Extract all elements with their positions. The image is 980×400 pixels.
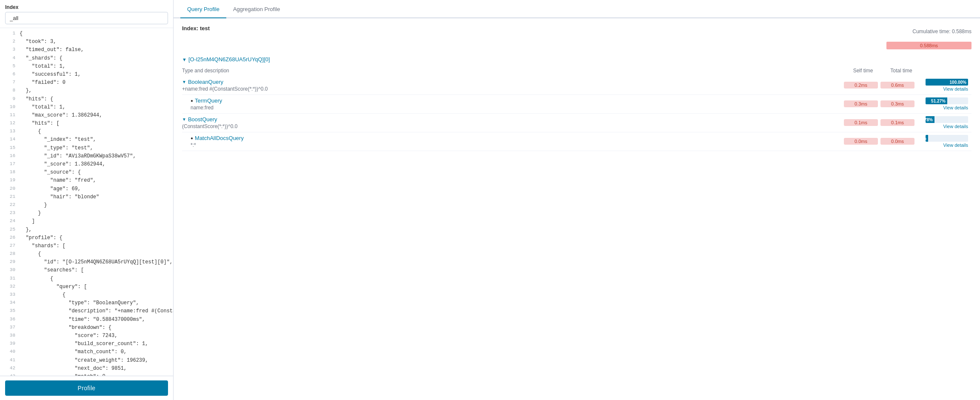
shard-chevron-icon: ▼ <box>182 57 187 62</box>
index-label: Index <box>0 0 173 12</box>
code-line: 30 "searches": [ <box>0 266 173 274</box>
code-line: 41 "create_weight": 196239, <box>0 357 173 365</box>
code-line: 39 "build_scorer_count": 1, <box>0 340 173 348</box>
code-editor[interactable]: 1{2 "took": 3,3 "timed_out": false,4 "_s… <box>0 28 173 376</box>
query-description: +name:fred #(ConstantScore(*:*))^0.0 <box>182 86 844 92</box>
view-details-link[interactable]: View details <box>943 86 969 91</box>
pct-bar-bg: 5.62% <box>926 135 968 142</box>
code-line: 24 ] <box>0 217 173 226</box>
type-desc-col-header: Type and description <box>182 68 844 74</box>
code-line: 10 "total": 1, <box>0 103 173 111</box>
pct-bar-bg: 20.78% <box>926 116 968 123</box>
tab-aggregation-profile[interactable]: Aggregation Profile <box>226 0 287 18</box>
code-line: 33 { <box>0 291 173 299</box>
code-line: 17 "_score": 1.3862944, <box>0 160 173 169</box>
code-line: 35 "description": "+name:fred #(Constant… <box>0 307 173 315</box>
query-stats-col: 0.2ms0.6ms100.00%View details <box>844 79 971 91</box>
code-line: 38 "score": 7243, <box>0 332 173 340</box>
query-description: *:* <box>191 142 844 148</box>
self-time-col-header: Self time <box>844 68 882 74</box>
pct-bar: 5.62% <box>926 135 928 142</box>
code-line: 43 "match": 0, <box>0 373 173 376</box>
query-pct-col: 5.62%View details <box>917 135 968 148</box>
pct-bar-bg: 51.27% <box>926 97 968 104</box>
code-line: 19 "name": "fred", <box>0 177 173 185</box>
profile-btn-wrap: Profile <box>0 376 173 400</box>
view-details-link[interactable]: View details <box>943 143 969 148</box>
query-type-label: TermQuery <box>195 97 222 104</box>
code-line: 12 "hits": [ <box>0 120 173 128</box>
self-time-badge: 0.0ms <box>844 138 878 145</box>
query-tree-col: ●TermQueryname:fred <box>182 97 844 111</box>
query-rows: ▼BooleanQuery+name:fred #(ConstantScore(… <box>182 76 971 151</box>
shard-header[interactable]: ▼ [O-l25nM4QN6Z68UA5rUYqQ][0] <box>182 56 971 63</box>
code-line: 5 "total": 1, <box>0 63 173 71</box>
query-type-label: MatchAllDocsQuery <box>195 135 244 141</box>
code-line: 37 "breakdown": { <box>0 324 173 332</box>
self-time-badge: 0.2ms <box>844 82 878 89</box>
code-line: 31 { <box>0 275 173 283</box>
collapse-icon[interactable]: ▼ <box>182 80 186 84</box>
code-line: 11 "max_score": 1.3862944, <box>0 111 173 120</box>
left-panel: Index 1{2 "took": 3,3 "timed_out": false… <box>0 0 174 400</box>
query-description: (ConstantScore(*:*))^0.0 <box>182 123 844 129</box>
total-time-badge: 0.0ms <box>880 138 914 145</box>
total-time-badge: 0.3ms <box>880 100 914 107</box>
cumulative-label: Cumulative time: 0.588ms <box>912 29 971 34</box>
code-line: 21 "hair": "blonde" <box>0 193 173 201</box>
pct-bar-bg: 100.00% <box>926 79 968 86</box>
query-tree-col: ▼BooleanQuery+name:fred #(ConstantScore(… <box>182 79 844 92</box>
code-line: 16 "_id": "AVi3aRDmGKWpaS38wV57", <box>0 152 173 160</box>
collapse-icon[interactable]: ▼ <box>182 117 186 122</box>
code-line: 6 "successful": 1, <box>0 71 173 79</box>
code-line: 14 "_index": "test", <box>0 136 173 144</box>
query-type-label: BooleanQuery <box>188 79 223 85</box>
code-line: 3 "timed_out": false, <box>0 46 173 54</box>
code-line: 4 "_shards": { <box>0 54 173 63</box>
query-row: ▼BoostQuery(ConstantScore(*:*))^0.00.1ms… <box>182 114 971 132</box>
code-line: 32 "query": [ <box>0 283 173 291</box>
code-line: 15 "_type": "test", <box>0 144 173 152</box>
self-time-badge: 0.3ms <box>844 100 878 107</box>
bullet-icon: ● <box>191 98 193 103</box>
pct-bar: 20.78% <box>926 116 934 123</box>
right-panel: Query Profile Aggregation Profile Index:… <box>174 0 980 400</box>
code-line: 34 "type": "BooleanQuery", <box>0 299 173 307</box>
pct-bar: 51.27% <box>926 97 947 104</box>
query-pct-col: 20.78%View details <box>917 116 968 129</box>
code-line: 25 }, <box>0 226 173 234</box>
code-line: 26 "profile": { <box>0 234 173 242</box>
total-time-badge: 0.6ms <box>880 82 914 89</box>
query-row: ▼BooleanQuery+name:fred #(ConstantScore(… <box>182 76 971 95</box>
self-time-badge: 0.1ms <box>844 119 878 126</box>
tabs-bar: Query Profile Aggregation Profile <box>174 0 980 18</box>
query-tree-col: ●MatchAllDocsQuery*:* <box>182 135 844 148</box>
pct-bar: 100.00% <box>926 79 968 86</box>
right-content: Index: test Cumulative time: 0.588ms 0.5… <box>174 18 980 400</box>
query-type-label: BoostQuery <box>188 116 217 123</box>
query-tree-col: ▼BoostQuery(ConstantScore(*:*))^0.0 <box>182 116 844 129</box>
code-line: 40 "match_count": 0, <box>0 348 173 356</box>
query-row: ●MatchAllDocsQuery*:*0.0ms0.0ms5.62%View… <box>182 132 971 151</box>
total-time-col-header: Total time <box>882 68 920 74</box>
view-details-link[interactable]: View details <box>943 124 969 129</box>
code-line: 9 "hits": { <box>0 95 173 103</box>
index-title: Index: test <box>182 25 210 31</box>
code-line: 2 "took": 3, <box>0 38 173 46</box>
total-time-badge: 0.1ms <box>880 119 914 126</box>
code-line: 7 "failed": 0 <box>0 79 173 87</box>
view-details-link[interactable]: View details <box>943 105 969 110</box>
code-line: 27 "shards": [ <box>0 242 173 250</box>
query-stats-col: 0.3ms0.3ms51.27%View details <box>844 97 971 110</box>
code-line: 42 "next_doc": 9851, <box>0 365 173 373</box>
code-line: 18 "_source": { <box>0 169 173 177</box>
code-line: 29 "id": "[O-l25nM4QN6Z68UA5rUYqQ][test]… <box>0 258 173 266</box>
tab-query-profile[interactable]: Query Profile <box>180 0 226 18</box>
profile-button[interactable]: Profile <box>5 380 168 396</box>
code-line: 13 { <box>0 128 173 136</box>
query-description: name:fred <box>191 105 844 111</box>
query-stats-col: 0.1ms0.1ms20.78%View details <box>844 116 971 129</box>
code-line: 28 { <box>0 250 173 258</box>
index-input[interactable] <box>5 12 168 24</box>
code-line: 22 } <box>0 201 173 209</box>
